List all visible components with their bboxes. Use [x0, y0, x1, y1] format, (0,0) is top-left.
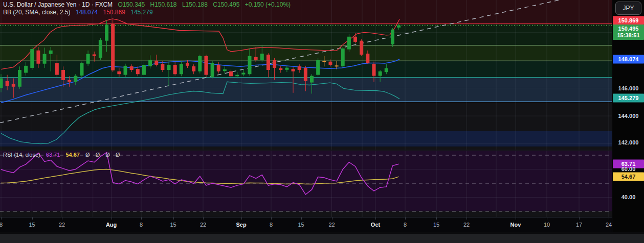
- time-axis-label[interactable]: 17: [576, 222, 582, 228]
- time-axis-label[interactable]: Aug: [106, 222, 117, 228]
- candle-body[interactable]: [217, 65, 220, 71]
- candle-body[interactable]: [322, 61, 326, 62]
- candle-body[interactable]: [360, 41, 363, 55]
- candle-body[interactable]: [223, 69, 227, 71]
- candle-body[interactable]: [124, 66, 127, 75]
- candle-body[interactable]: [43, 54, 47, 64]
- candle-body[interactable]: [235, 75, 239, 77]
- candle-body[interactable]: [254, 57, 258, 60]
- candle-body[interactable]: [391, 30, 394, 44]
- candle-body[interactable]: [154, 61, 158, 65]
- currency-button[interactable]: JPY: [615, 2, 641, 15]
- candle-body[interactable]: [385, 68, 388, 72]
- rsi-pane[interactable]: [0, 151, 612, 217]
- candle-body[interactable]: [68, 80, 71, 82]
- candle-body[interactable]: [211, 63, 214, 77]
- time-axis-label[interactable]: Nov: [510, 222, 521, 228]
- price-scale-label[interactable]: 144.000: [612, 113, 644, 119]
- candle-body[interactable]: [260, 54, 264, 60]
- candle-body[interactable]: [316, 60, 320, 75]
- candle-body[interactable]: [24, 66, 28, 73]
- candle-body[interactable]: [173, 65, 177, 74]
- time-axis-label[interactable]: 22: [328, 222, 335, 228]
- price-label-box[interactable]: 150.49515:38:51: [613, 25, 644, 40]
- candle-body[interactable]: [310, 76, 314, 83]
- candle-body[interactable]: [366, 54, 369, 63]
- candle-body[interactable]: [0, 78, 3, 88]
- candle-body[interactable]: [229, 71, 233, 77]
- candle-body[interactable]: [347, 37, 351, 50]
- candle-body[interactable]: [111, 24, 115, 70]
- time-axis-label[interactable]: 22: [200, 222, 206, 228]
- candle-body[interactable]: [142, 65, 146, 75]
- candle-body[interactable]: [353, 37, 357, 42]
- candle-body[interactable]: [12, 84, 15, 86]
- candle-body[interactable]: [80, 63, 83, 76]
- time-axis-label[interactable]: 10: [544, 222, 550, 228]
- time-axis-label[interactable]: Sep: [236, 222, 247, 228]
- candle-body[interactable]: [372, 64, 376, 76]
- bottom-toolbar[interactable]: [0, 232, 644, 243]
- time-axis-label[interactable]: 15: [433, 222, 439, 228]
- candle-body[interactable]: [341, 48, 345, 66]
- time-axis-label[interactable]: 15: [170, 222, 176, 228]
- price-label-box[interactable]: 148.074: [613, 55, 644, 63]
- candle-body[interactable]: [267, 55, 270, 70]
- time-axis-label[interactable]: 24: [606, 222, 612, 228]
- time-axis-label[interactable]: 15: [29, 222, 35, 228]
- time-axis[interactable]: 81522Aug81522Sep81522Oct81522Nov101724: [0, 217, 612, 232]
- candle-body[interactable]: [285, 68, 288, 70]
- candle-body[interactable]: [379, 71, 382, 76]
- candle-body[interactable]: [117, 71, 121, 74]
- candle-body[interactable]: [130, 66, 134, 70]
- symbol-title[interactable]: U.S. Dollar / Japanese Yen · 1D · FXCM: [3, 1, 113, 8]
- candle-body[interactable]: [61, 70, 65, 80]
- candle-body[interactable]: [180, 64, 183, 74]
- price-scale-label[interactable]: 40.00: [612, 194, 644, 200]
- candle-body[interactable]: [298, 66, 301, 70]
- candle-body[interactable]: [49, 51, 53, 54]
- time-axis-label[interactable]: 8: [404, 222, 407, 228]
- candle-body[interactable]: [328, 62, 332, 65]
- price-scale-label[interactable]: 142.000: [612, 139, 644, 145]
- candle-body[interactable]: [93, 54, 96, 56]
- price-pane[interactable]: [0, 0, 612, 150]
- price-scale-label[interactable]: 146.000: [612, 85, 644, 91]
- bb-indicator-label[interactable]: BB (20, SMA, close, 2.5): [3, 9, 70, 16]
- candle-body[interactable]: [167, 65, 171, 70]
- candle-body[interactable]: [86, 54, 90, 64]
- candle-body[interactable]: [198, 56, 202, 71]
- candle-body[interactable]: [55, 63, 59, 75]
- time-axis-label[interactable]: 22: [463, 222, 470, 228]
- price-label-box[interactable]: 54.67: [613, 173, 644, 181]
- candle-body[interactable]: [161, 64, 164, 70]
- candle-body[interactable]: [192, 66, 195, 71]
- price-scale-label[interactable]: 60.00: [612, 166, 644, 172]
- time-axis-label[interactable]: 8: [0, 222, 3, 228]
- candle-body[interactable]: [74, 76, 77, 82]
- time-axis-label[interactable]: 15: [298, 222, 304, 228]
- candle-body[interactable]: [273, 60, 276, 68]
- candle-body[interactable]: [105, 25, 108, 40]
- chart-area[interactable]: 81522Aug81522Sep81522Oct81522Nov101724 U…: [0, 0, 612, 232]
- candle-body[interactable]: [186, 63, 189, 65]
- candle-body[interactable]: [335, 65, 339, 66]
- time-axis-label[interactable]: 8: [140, 222, 143, 228]
- candle-body[interactable]: [30, 49, 34, 68]
- price-label-box[interactable]: 150.869: [613, 16, 644, 25]
- time-axis-label[interactable]: 8: [270, 222, 273, 228]
- time-axis-label[interactable]: Oct: [371, 222, 380, 228]
- candle-body[interactable]: [204, 56, 208, 75]
- candle-body[interactable]: [397, 26, 401, 28]
- candle-body[interactable]: [304, 68, 307, 81]
- rsi-indicator-label[interactable]: RSI (14, close): [3, 152, 40, 158]
- candle-body[interactable]: [136, 69, 140, 74]
- candle-body[interactable]: [18, 70, 21, 87]
- candle-body[interactable]: [148, 60, 152, 66]
- time-axis-label[interactable]: 22: [59, 222, 65, 228]
- price-label-box[interactable]: 145.279: [613, 94, 644, 103]
- candle-body[interactable]: [99, 40, 102, 58]
- candle-body[interactable]: [292, 69, 295, 71]
- price-axis[interactable]: JPY 150.869150.49515:38:51148.074146.000…: [612, 0, 644, 232]
- candle-body[interactable]: [248, 56, 252, 74]
